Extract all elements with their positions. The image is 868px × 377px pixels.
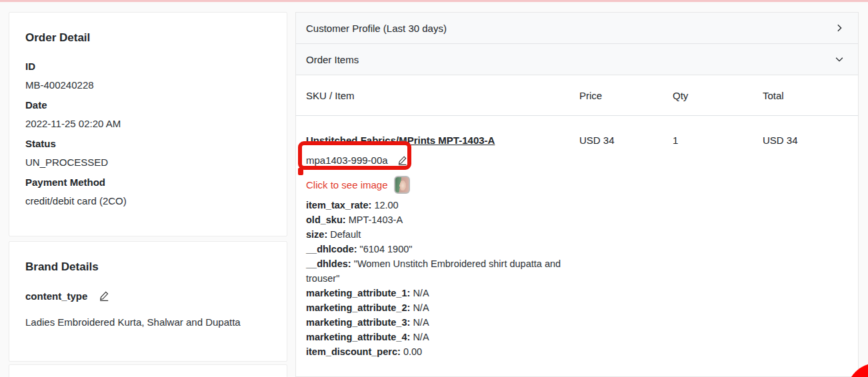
brand-details-card: Brand Details content_type Ladies Embroi… (9, 241, 287, 362)
item-sku-cell: Unstitched Fabrics/MPrints MPT-1403-A mp… (306, 135, 579, 359)
chevron-right-icon (835, 23, 844, 33)
column-header-total: Total (763, 90, 848, 101)
item-price: USD 34 (579, 135, 673, 146)
field-label: Date (25, 99, 271, 111)
field-value: 2022-11-25 02:20 AM (25, 118, 271, 129)
column-header-sku-item: SKU / Item (306, 90, 579, 101)
attribute-label: marketing_attribute_2 (306, 302, 410, 313)
top-accent-bar (0, 0, 868, 2)
item-attribute: marketing_attribute_1 N/A (306, 286, 579, 300)
field-value: MB-400240228 (25, 79, 271, 91)
content-type-label: content_type (25, 290, 87, 302)
item-image-thumbnail[interactable] (394, 176, 410, 194)
chevron-down-icon (835, 55, 844, 64)
attribute-value: N/A (413, 288, 429, 298)
order-detail-field: Date 2022-11-25 02:20 AM (25, 99, 271, 129)
order-detail-title: Order Detail (25, 31, 271, 45)
attribute-value: "6104 1900" (360, 244, 413, 254)
attribute-label: marketing_attribute_1 (306, 288, 410, 298)
column-header-qty: Qty (673, 90, 763, 101)
brand-details-title: Brand Details (25, 260, 271, 274)
field-label: Status (25, 138, 271, 149)
item-title-link[interactable]: Unstitched Fabrics/MPrints MPT-1403-A (306, 135, 495, 146)
item-attribute: size Default (306, 227, 579, 242)
order-detail-card: Order Detail ID MB-400240228 Date 2022-1… (9, 12, 287, 236)
item-attributes: item_tax_rate 12.00 old_sku MPT-1403-A s… (306, 198, 579, 359)
column-header-price: Price (579, 90, 673, 101)
left-column: Order Detail ID MB-400240228 Date 2022-1… (9, 12, 287, 377)
attribute-value: N/A (413, 317, 429, 328)
items-table-header: SKU / Item Price Qty Total (296, 75, 858, 116)
attribute-label: item_discount_perc (306, 346, 401, 357)
attribute-value: N/A (413, 332, 429, 342)
item-qty: 1 (673, 135, 763, 146)
attribute-label: __dhldes (306, 258, 351, 269)
order-item-row: Unstitched Fabrics/MPrints MPT-1403-A mp… (296, 116, 858, 359)
order-detail-field: Payment Method credit/debit card (2CO) (25, 177, 271, 206)
item-attribute: marketing_attribute_2 N/A (306, 300, 579, 315)
attribute-label: item_tax_rate (306, 200, 371, 210)
customer-profile-accordion[interactable]: Customer Profile (Last 30 days) (296, 13, 858, 44)
edit-pencil-icon (98, 290, 110, 302)
item-attribute: old_sku MPT-1403-A (306, 212, 579, 227)
attribute-value: 0.00 (403, 346, 422, 357)
field-value: credit/debit card (2CO) (25, 195, 271, 206)
attribute-label: old_sku (306, 214, 346, 225)
click-to-see-image-link[interactable]: Click to see image (306, 179, 388, 190)
item-attribute: item_tax_rate 12.00 (306, 198, 579, 212)
item-attribute: __dhlcode "6104 1900" (306, 242, 579, 256)
field-label: ID (25, 61, 271, 72)
order-detail-field: ID MB-400240228 (25, 61, 271, 91)
attribute-value: 12.00 (374, 200, 398, 210)
field-value: UN_PROCESSED (25, 157, 271, 168)
attribute-label: __dhlcode (306, 244, 357, 254)
customer-profile-header: Customer Profile (Last 30 days) (306, 23, 447, 34)
order-items-header: Order Items (306, 54, 359, 65)
content-type-value: Ladies Embroidered Kurta, Shalwar and Du… (25, 316, 271, 328)
attribute-value: MPT-1403-A (349, 214, 403, 225)
attribute-value: Default (330, 229, 361, 240)
attribute-value: N/A (413, 302, 429, 313)
item-image-line: Click to see image (306, 175, 579, 194)
item-attribute: marketing_attribute_3 N/A (306, 315, 579, 330)
order-items-accordion[interactable]: Order Items (296, 44, 858, 75)
sku-edit-button[interactable] (397, 155, 408, 166)
item-sku-value: mpa1403-999-00a (306, 155, 388, 166)
content-type-edit-button[interactable] (98, 290, 110, 302)
field-label: Payment Method (25, 177, 271, 188)
item-sku-line: mpa1403-999-00a (306, 151, 579, 169)
content-type-row: content_type (25, 290, 271, 302)
item-attribute: item_discount_perc 0.00 (306, 344, 579, 359)
item-total: USD 34 (763, 135, 848, 146)
attribute-label: marketing_attribute_3 (306, 317, 410, 328)
item-attribute: __dhldes "Women Unstitch Embroidered shi… (306, 256, 579, 286)
next-card-stub (9, 364, 287, 377)
order-right-panel: Customer Profile (Last 30 days) Order It… (295, 12, 859, 377)
attribute-label: marketing_attribute_4 (306, 332, 410, 342)
order-detail-field: Status UN_PROCESSED (25, 138, 271, 168)
edit-pencil-icon (397, 155, 408, 166)
item-attribute: marketing_attribute_4 N/A (306, 330, 579, 344)
attribute-label: size (306, 229, 327, 240)
